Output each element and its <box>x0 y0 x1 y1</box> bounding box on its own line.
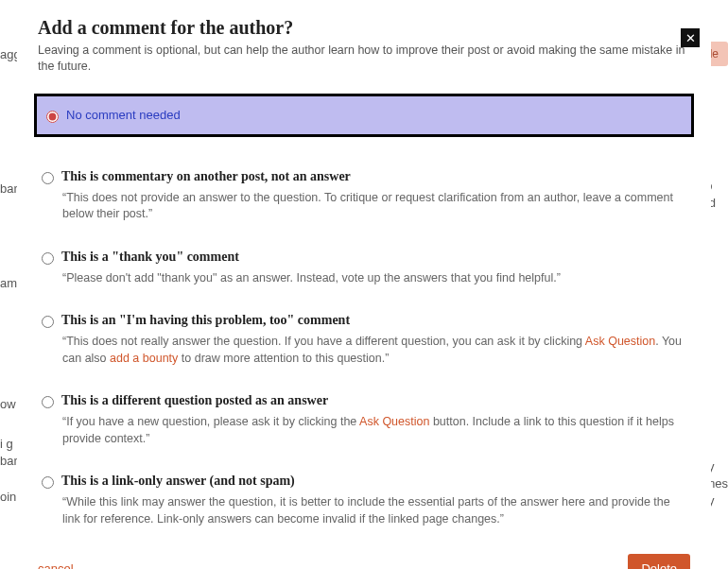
option-label: This is a link-only answer (and not spam… <box>61 474 295 489</box>
highlight-box: No comment needed <box>34 94 694 137</box>
option-label: No comment needed <box>66 108 181 122</box>
option-desc: “While this link may answer the question… <box>62 494 686 527</box>
option-desc: “Please don't add "thank you" as an answ… <box>62 270 686 287</box>
modal-subtitle: Leaving a comment is optional, but can h… <box>38 43 690 75</box>
close-button[interactable]: ✕ <box>681 28 700 47</box>
modal-dialog: Add a comment for the author? Leaving a … <box>17 0 711 569</box>
close-icon: ✕ <box>685 31 696 45</box>
option-label: This is a "thank you" comment <box>61 250 239 265</box>
radio-commentary[interactable] <box>42 172 54 184</box>
option-linkonly[interactable]: This is a link-only answer (and not spam… <box>38 464 690 533</box>
option-label: This is commentary on another post, not … <box>61 169 351 184</box>
radio-no-comment[interactable] <box>46 111 59 123</box>
add-bounty-link[interactable]: add a bounty <box>110 352 178 365</box>
option-desc: “This does not provide an answer to the … <box>62 190 686 223</box>
delete-button[interactable]: Delete <box>628 554 690 569</box>
bg-text: i g <box>0 437 13 451</box>
option-desc: “If you have a new question, please ask … <box>62 414 686 447</box>
modal-title: Add a comment for the author? <box>38 17 690 39</box>
ask-question-link[interactable]: Ask Question <box>359 415 429 428</box>
options-list: No comment needed This is commentary on … <box>38 88 690 534</box>
bg-text: oin <box>0 490 16 504</box>
option-label: This is an "I'm having this problem, too… <box>61 313 350 328</box>
option-commentary[interactable]: This is commentary on another post, not … <box>38 160 690 229</box>
option-metoo[interactable]: This is an "I'm having this problem, too… <box>38 303 690 372</box>
radio-linkonly[interactable] <box>42 476 54 489</box>
option-label: This is a different question posted as a… <box>61 393 328 408</box>
cancel-link[interactable]: cancel <box>38 561 74 569</box>
radio-diff-question[interactable] <box>42 396 54 408</box>
bg-text: ow <box>0 397 16 411</box>
radio-metoo[interactable] <box>42 316 54 328</box>
radio-thankyou[interactable] <box>42 252 54 265</box>
ask-question-link[interactable]: Ask Question <box>585 335 655 348</box>
option-desc: “This does not really answer the questio… <box>62 334 686 367</box>
option-diff-question[interactable]: This is a different question posted as a… <box>38 384 690 453</box>
option-no-comment[interactable]: No comment needed <box>38 88 690 148</box>
option-thankyou[interactable]: This is a "thank you" comment “Please do… <box>38 240 690 293</box>
modal-footer: cancel Delete <box>38 554 690 569</box>
